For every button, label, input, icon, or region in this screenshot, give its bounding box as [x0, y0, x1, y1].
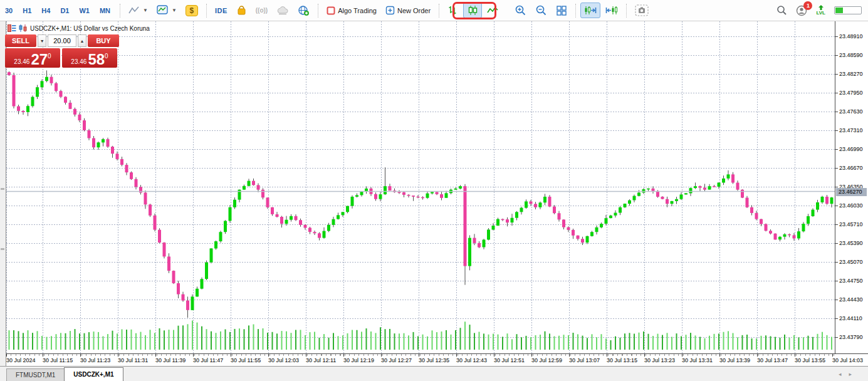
tab-usdczk-m1[interactable]: USDCZK+,M1: [64, 367, 123, 381]
algo-trading-icon: [327, 6, 335, 15]
price-axis-label: 23.48910: [835, 33, 863, 39]
sell-price-tile[interactable]: 23.46 27 0: [5, 48, 60, 68]
new-order-button[interactable]: New Order: [382, 3, 434, 18]
sell-price-small: 23.46: [14, 58, 29, 65]
time-axis-label: 30 Jul 12:51: [494, 357, 525, 363]
lvl-indicator[interactable]: LVL: [816, 5, 825, 16]
time-axis-label: 30 Jul 13:55: [795, 357, 825, 363]
time-axis-label: 30 Jul 12:03: [268, 357, 299, 363]
line-studies-icon: [128, 6, 140, 16]
price-axis-label: 23.46990: [835, 146, 863, 152]
timeframe-button-h1[interactable]: H1: [18, 4, 36, 17]
zoom-out-button[interactable]: [531, 2, 551, 19]
time-axis-label: 30 Jul 2024: [6, 357, 36, 363]
buy-price-tile[interactable]: 23.46 58 0: [62, 48, 117, 68]
ide-button[interactable]: IDE: [211, 4, 231, 17]
tab-ftmusdt-m1[interactable]: FTMUSDT,M1: [6, 368, 65, 381]
price-axis-label: 23.46030: [835, 202, 863, 209]
splitter-notch[interactable]: [1, 248, 4, 250]
time-axis-label: 30 Jul 13:39: [719, 357, 750, 363]
timeframe-button-d1[interactable]: D1: [55, 4, 74, 17]
vps-button[interactable]: [294, 3, 313, 19]
shift-end-icon: [584, 5, 597, 16]
lvl-label: LVL: [816, 11, 825, 16]
battery-icon: [834, 6, 862, 14]
timeframe-button-mn[interactable]: MN: [95, 4, 115, 17]
chart-window: 23.46270 23.4891023.4859023.4827023.4795…: [6, 21, 868, 366]
volume-field[interactable]: 20.00: [48, 34, 76, 47]
algo-trading-button[interactable]: Algo Trading: [323, 4, 380, 18]
depth-of-market-icon[interactable]: [8, 24, 16, 32]
timeframe-button-h4[interactable]: H4: [36, 4, 55, 17]
time-axis-label: 30 Jul 11:47: [193, 357, 223, 363]
toolbar-separator: [575, 4, 576, 18]
symbols-button[interactable]: $: [182, 3, 202, 19]
toolbar-separator: [318, 4, 318, 18]
window-left-edge: [0, 21, 6, 366]
time-axis[interactable]: 30 Jul 202430 Jul 11:1530 Jul 11:2330 Ju…: [6, 353, 868, 366]
chart-shift-button[interactable]: [602, 3, 622, 18]
zoom-in-button[interactable]: [511, 2, 530, 19]
zoom-in-icon: [515, 4, 526, 16]
timeframe-button-w1[interactable]: W1: [74, 4, 95, 17]
buy-button[interactable]: BUY: [88, 34, 119, 47]
signals-button[interactable]: ((o)): [252, 4, 271, 16]
market-button[interactable]: [233, 3, 251, 18]
time-axis-label: 30 Jul 12:27: [381, 357, 412, 363]
screenshot-button[interactable]: [631, 2, 652, 19]
timeframe-button-30[interactable]: 30: [0, 4, 18, 17]
auto-scroll-button[interactable]: [580, 3, 600, 18]
volume-decrease-button[interactable]: ▼: [38, 34, 46, 47]
time-axis-label: 30 Jul 11:15: [43, 357, 73, 363]
shift-begin-icon: [605, 5, 618, 16]
splitter-notch[interactable]: [1, 188, 4, 190]
sell-price-sup: 0: [48, 53, 51, 60]
sell-price-big: 27: [31, 53, 48, 66]
bar-chart-mode-button[interactable]: [444, 3, 462, 18]
zoom-out-icon: [535, 4, 547, 16]
cloud-icon: [276, 6, 289, 15]
cloud-button[interactable]: [273, 3, 293, 18]
notification-badge: 1: [803, 1, 812, 10]
profile-button[interactable]: 1: [796, 5, 807, 16]
signals-icon: ((o)): [256, 7, 268, 14]
sell-button[interactable]: SELL: [5, 34, 36, 47]
tile-windows-button[interactable]: [552, 3, 571, 19]
tile-windows-icon: [556, 5, 567, 16]
price-axis[interactable]: 23.46270 23.4891023.4859023.4827023.4795…: [835, 21, 868, 353]
toolbar-separator: [120, 4, 120, 18]
timeframe-group: 30H1H4D1W1MN: [0, 4, 115, 17]
line-studies-button[interactable]: ▼: [125, 3, 152, 18]
price-axis-label: 23.45710: [835, 221, 863, 227]
chart-header: USDCZK+,M1: US Dollar vs Czech Koruna: [8, 24, 150, 32]
tab-scroll-arrows[interactable]: ◂▸: [839, 371, 859, 377]
time-axis-label: 30 Jul 13:31: [682, 357, 713, 363]
current-price-badge: 23.46270: [836, 188, 867, 196]
indicators-button[interactable]: ▼: [153, 3, 180, 18]
toolbar-separator: [626, 4, 627, 18]
toolbar-separator: [439, 4, 439, 18]
chart-plot-area[interactable]: [6, 21, 835, 353]
candle-chart-mode-button[interactable]: [463, 3, 482, 18]
buy-price-sup: 0: [105, 53, 108, 60]
time-axis-label: 30 Jul 11:39: [155, 357, 186, 363]
price-axis-label: 23.48590: [835, 52, 863, 58]
search-icon[interactable]: [776, 5, 787, 16]
algo-trading-label: Algo Trading: [338, 7, 377, 14]
time-axis-label: 30 Jul 13:47: [757, 357, 788, 363]
chevron-down-icon: ▼: [143, 8, 148, 13]
line-chart-mode-button[interactable]: [483, 3, 502, 18]
battery-fill: [835, 8, 843, 13]
dollar-icon: $: [186, 5, 198, 16]
time-axis-label: 30 Jul 11:31: [118, 357, 148, 363]
chart-type-icon[interactable]: [19, 24, 28, 32]
time-axis-label: 30 Jul 12:11: [306, 357, 336, 363]
candle-chart-icon: [467, 5, 478, 16]
time-axis-label: 30 Jul 14:03: [832, 357, 863, 363]
buy-price-small: 23.46: [71, 58, 86, 65]
main-toolbar: 30H1H4D1W1MN ▼ ▼ $ IDE ((o)): [0, 0, 868, 21]
chevron-down-icon: ▼: [172, 8, 177, 13]
time-axis-label: 30 Jul 12:43: [456, 357, 487, 363]
volume-increase-button[interactable]: ▲: [78, 34, 86, 47]
candlestick-chart[interactable]: [6, 21, 835, 353]
